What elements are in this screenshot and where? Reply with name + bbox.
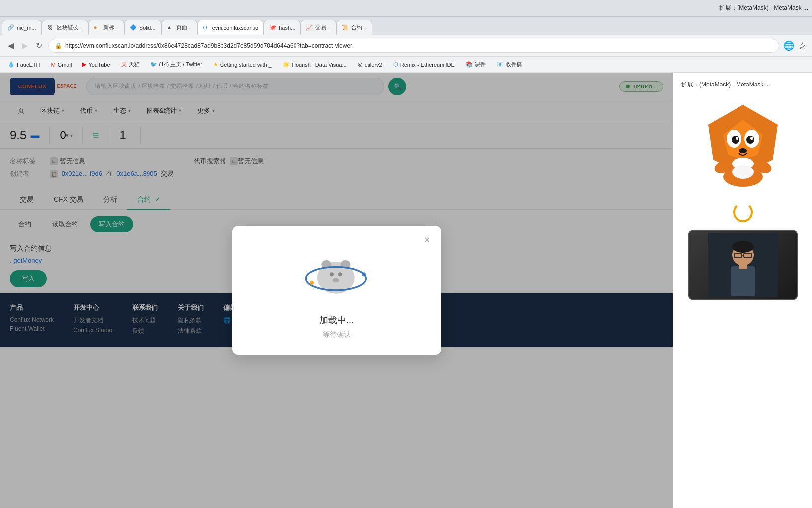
tab-label-hash: hash...	[279, 25, 295, 31]
svg-point-5	[332, 278, 339, 282]
bookmark-remix-label: Remix - Ethereum IDE	[400, 62, 455, 68]
modal-overlay: ×	[0, 73, 673, 508]
tab-nic[interactable]: 🔗 nic_m...	[2, 20, 42, 35]
tab-favicon-nic: 🔗	[7, 24, 14, 31]
loading-planet-icon	[299, 248, 374, 308]
webcam-content	[689, 231, 797, 299]
bookmark-flourish-icon: 🌟	[283, 61, 290, 68]
svg-point-7	[309, 281, 313, 285]
bookmark-course-label: 课件	[475, 61, 486, 68]
address-input[interactable]: 🔒 https://evm.confluxscan.io/address/0x8…	[48, 39, 779, 53]
bookmarks-bar: 💧 FaucETH M Gmail ▶ YouTube 天 天猫 🐦 (14) …	[0, 57, 812, 73]
bookmark-twitter-icon: 🐦	[150, 61, 157, 68]
bookmark-youtube-icon: ▶	[82, 61, 86, 68]
tab-label-active: evm.confluxscan.io	[212, 25, 259, 31]
tab-favicon-newtab: ●	[94, 24, 101, 31]
bookmark-icon[interactable]: ☆	[798, 40, 806, 51]
tab-newtab[interactable]: ● 新标...	[88, 20, 124, 35]
modal-subtitle: 等待确认	[323, 330, 351, 339]
tab-favicon-active: ⊙	[203, 24, 210, 31]
person-silhouette	[708, 233, 778, 297]
tab-favicon-solid: 🔷	[130, 24, 137, 31]
bookmark-inbox-label: 收件稿	[506, 61, 522, 68]
tab-label-newtab: 新标...	[103, 24, 119, 31]
svg-point-20	[739, 148, 747, 153]
bookmark-flourish[interactable]: 🌟 Flourish | Data Visua...	[279, 59, 351, 71]
bookmark-tianmao[interactable]: 天 天猫	[117, 59, 144, 71]
bookmark-twitter[interactable]: 🐦 (14) 主页 / Twitter	[147, 59, 206, 71]
bookmark-inbox-icon: 📧	[497, 61, 504, 68]
webcam-overlay	[688, 230, 798, 300]
tab-label-exchange: 交易...	[315, 24, 331, 31]
svg-point-3	[329, 272, 333, 276]
bookmark-fauceteth-icon: 💧	[8, 61, 15, 68]
address-text: https://evm.confluxscan.io/address/0x86e…	[65, 42, 352, 49]
modal-logo-area	[297, 246, 376, 310]
bookmark-inbox[interactable]: 📧 收件稿	[493, 59, 526, 71]
lock-icon: 🔒	[55, 42, 62, 49]
page-content: CONFLUX ESPACE 请输入区块高度 / 区块哈希 / 交易哈希 / 地…	[0, 73, 673, 508]
tab-favicon-contract: 📜	[342, 24, 349, 31]
svg-point-16	[732, 136, 739, 144]
bookmark-remix-icon: ⬡	[393, 61, 398, 68]
address-bar: ◀ ▶ ↻ 🔒 https://evm.confluxscan.io/addre…	[0, 35, 812, 57]
metamask-panel: 扩展：(MetaMask) - MetaMask ...	[673, 73, 812, 508]
svg-point-19	[750, 137, 753, 140]
metamask-spinner	[733, 202, 753, 222]
tab-exchange[interactable]: 📈 交易...	[300, 20, 336, 35]
bookmark-gmail-icon: M	[51, 62, 55, 68]
bookmark-gmail[interactable]: M Gmail	[47, 59, 75, 71]
tab-label-nic: nic_m...	[17, 25, 36, 31]
tab-contract[interactable]: 📜 合约...	[336, 20, 372, 35]
bookmark-course-icon: 📚	[466, 61, 473, 68]
svg-point-4	[338, 272, 342, 276]
tab-favicon-hash: 🐙	[269, 24, 276, 31]
modal-title: 加载中...	[319, 314, 354, 326]
bookmark-euler-icon: ◎	[358, 61, 363, 68]
bookmark-fauceteth-label: FaucETH	[17, 62, 40, 68]
bookmark-gettingstarted-icon: ★	[213, 61, 218, 68]
tab-active[interactable]: ⊙ evm.confluxscan.io	[197, 20, 264, 35]
tab-label-contract: 合约...	[351, 24, 367, 31]
bookmark-gmail-label: Gmail	[58, 62, 72, 68]
bookmark-course[interactable]: 📚 课件	[462, 59, 490, 71]
titlebar-text: 扩展：(MetaMask) - MetaMask ...	[719, 4, 808, 12]
bookmark-euler-label: eulerv2	[365, 62, 382, 68]
main-area: CONFLUX ESPACE 请输入区块高度 / 区块哈希 / 交易哈希 / 地…	[0, 73, 812, 508]
svg-point-8	[362, 272, 366, 276]
tab-favicon-blockchain: ⛓	[47, 24, 54, 31]
bookmark-youtube-label: YouTube	[88, 62, 110, 68]
bookmark-gettingstarted[interactable]: ★ Getting started with _	[209, 59, 276, 71]
modal-box: ×	[232, 226, 441, 355]
svg-rect-33	[731, 266, 755, 296]
bookmark-youtube[interactable]: ▶ YouTube	[78, 59, 114, 71]
bookmark-gettingstarted-label: Getting started with _	[220, 62, 272, 68]
metamask-fox-icon	[693, 95, 793, 194]
bookmark-euler[interactable]: ◎ eulerv2	[354, 59, 386, 71]
metamask-panel-title: 扩展：(MetaMask) - MetaMask ...	[681, 81, 770, 89]
back-button[interactable]: ◀	[6, 39, 16, 52]
tab-favicon-exchange: 📈	[306, 24, 313, 31]
tab-blockchain[interactable]: ⛓ 区块链技...	[42, 20, 88, 35]
reload-button[interactable]: ↻	[34, 39, 44, 52]
svg-point-18	[736, 137, 738, 140]
tab-bar: 🔗 nic_m... ⛓ 区块链技... ● 新标... 🔷 Solid... …	[0, 17, 812, 35]
tab-label-blockchain: 区块链技...	[57, 24, 83, 31]
tab-hash[interactable]: 🐙 hash...	[264, 20, 300, 35]
translate-icon[interactable]: 🌐	[783, 40, 794, 51]
bookmark-fauceteth[interactable]: 💧 FaucETH	[4, 59, 44, 71]
tab-label-page: 页面...	[176, 24, 192, 31]
tab-favicon-page: ▲	[167, 24, 174, 31]
forward-button[interactable]: ▶	[20, 39, 30, 52]
tab-solid[interactable]: 🔷 Solid...	[124, 20, 161, 35]
modal-close-button[interactable]: ×	[421, 234, 433, 246]
browser-titlebar: 扩展：(MetaMask) - MetaMask ...	[0, 0, 812, 17]
bookmark-remix[interactable]: ⬡ Remix - Ethereum IDE	[389, 59, 459, 71]
bookmark-tianmao-label: 天猫	[129, 61, 140, 68]
svg-point-29	[732, 241, 754, 253]
bookmark-twitter-label: (14) 主页 / Twitter	[159, 61, 202, 68]
bookmark-flourish-label: Flourish | Data Visua...	[292, 62, 347, 68]
svg-point-17	[746, 136, 754, 144]
svg-rect-34	[739, 264, 747, 269]
tab-page[interactable]: ▲ 页面...	[161, 20, 197, 35]
